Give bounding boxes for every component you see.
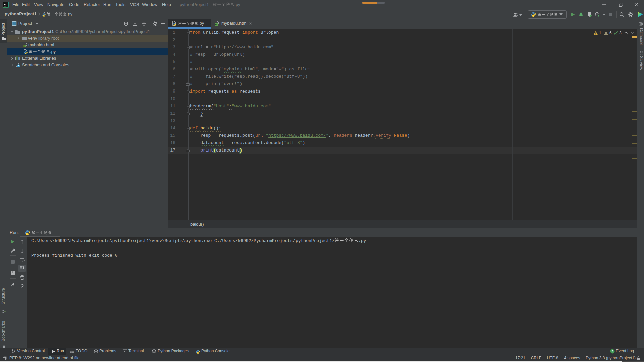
svg-text:3: 3 (611, 350, 613, 353)
